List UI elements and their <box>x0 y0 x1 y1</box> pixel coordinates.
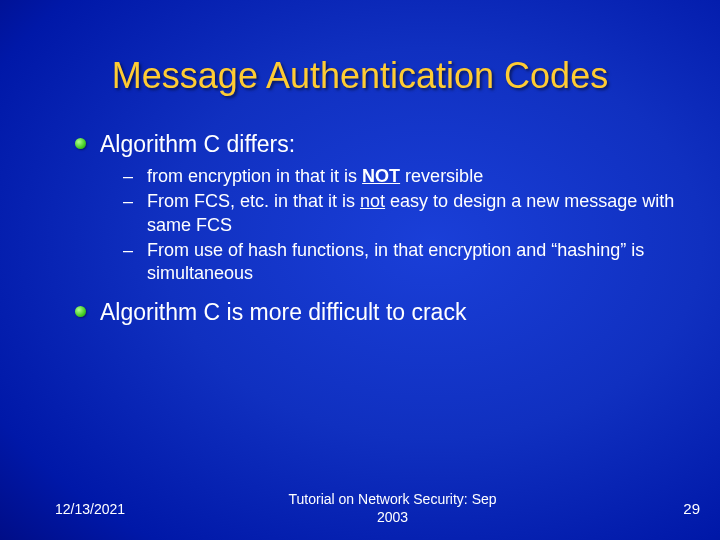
sub-item: – From use of hash functions, in that en… <box>123 239 690 286</box>
sub-post: reversible <box>400 166 483 186</box>
dash-icon: – <box>123 239 133 262</box>
footer-date: 12/13/2021 <box>55 501 125 517</box>
bullet-item: Algorithm C is more difficult to crack <box>75 298 690 327</box>
dash-icon: – <box>123 165 133 188</box>
bullet-item: Algorithm C differs: <box>75 130 690 159</box>
bullet-icon <box>75 306 86 317</box>
bullet-text: Algorithm C differs: <box>100 130 295 159</box>
sub-item: – From FCS, etc. in that it is not easy … <box>123 190 690 237</box>
bullet-icon <box>75 138 86 149</box>
sub-list: – from encryption in that it is NOT reve… <box>123 165 690 286</box>
footer-page-number: 29 <box>660 500 700 517</box>
sub-text: from encryption in that it is NOT revers… <box>147 165 483 188</box>
content-area: Algorithm C differs: – from encryption i… <box>75 130 690 330</box>
sub-text: From use of hash functions, in that encr… <box>147 239 690 286</box>
footer-center: Tutorial on Network Security: Sep 2003 <box>125 491 660 526</box>
footer-center-line2: 2003 <box>377 509 408 525</box>
sub-item: – from encryption in that it is NOT reve… <box>123 165 690 188</box>
slide-title: Message Authentication Codes <box>0 55 720 97</box>
footer-center-line1: Tutorial on Network Security: Sep <box>289 491 497 507</box>
sub-pre: From use of hash functions, in that encr… <box>147 240 644 283</box>
sub-pre: From FCS, etc. in that it is <box>147 191 360 211</box>
bullet-text: Algorithm C is more difficult to crack <box>100 298 466 327</box>
dash-icon: – <box>123 190 133 213</box>
sub-em: not <box>360 191 385 211</box>
sub-text: From FCS, etc. in that it is not easy to… <box>147 190 690 237</box>
sub-pre: from encryption in that it is <box>147 166 362 186</box>
sub-em: NOT <box>362 166 400 186</box>
footer: 12/13/2021 Tutorial on Network Security:… <box>0 491 720 526</box>
